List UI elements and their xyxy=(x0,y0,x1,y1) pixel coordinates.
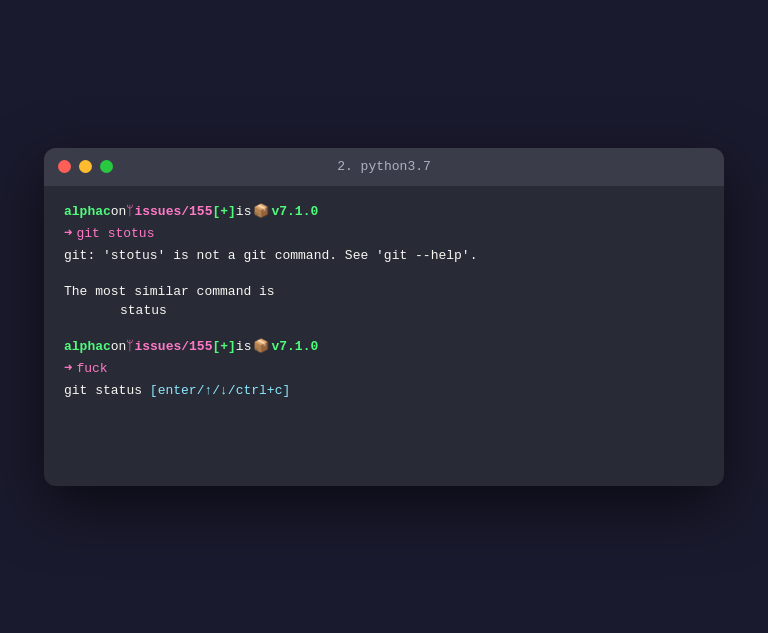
traffic-lights xyxy=(58,160,113,173)
suggestion-cmd: git status xyxy=(64,383,142,398)
username-2: alphac xyxy=(64,337,111,357)
output-line-3: status xyxy=(64,301,704,321)
cmd-line-1: ➜ git stotus xyxy=(64,223,704,244)
output-line-1: git: 'stotus' is not a git command. See … xyxy=(64,246,704,266)
plus-marker-1: [+] xyxy=(212,202,235,222)
blank-line-1 xyxy=(64,266,704,282)
minimize-button[interactable] xyxy=(79,160,92,173)
version-1: v7.1.0 xyxy=(271,202,318,222)
blank-line-2 xyxy=(64,321,704,337)
on-text-1: on xyxy=(111,202,127,222)
pkg-icon-1: 📦 xyxy=(253,202,269,222)
output-line-2: The most similar command is xyxy=(64,282,704,302)
window-title: 2. python3.7 xyxy=(337,159,431,174)
suggestion-hint: [enter/↑/↓/ctrl+c] xyxy=(150,383,290,398)
version-2: v7.1.0 xyxy=(271,337,318,357)
is-text-2: is xyxy=(236,337,252,357)
branch-icon-1: ᛘ xyxy=(126,202,134,222)
cmd-line-2: ➜ fuck xyxy=(64,358,704,379)
maximize-button[interactable] xyxy=(100,160,113,173)
is-text-1: is xyxy=(236,202,252,222)
titlebar: 2. python3.7 xyxy=(44,148,724,186)
branch-name-2: issues/155 xyxy=(134,337,212,357)
suggestion-line: git status [enter/↑/↓/ctrl+c] xyxy=(64,381,704,401)
plus-marker-2: [+] xyxy=(212,337,235,357)
terminal-body[interactable]: alphac on ᛘ issues/155 [+] is 📦 v7.1.0 ➜… xyxy=(44,186,724,486)
prompt-line-2: alphac on ᛘ issues/155 [+] is 📦 v7.1.0 xyxy=(64,337,704,357)
arrow-icon-1: ➜ xyxy=(64,223,72,244)
on-text-2: on xyxy=(111,337,127,357)
pkg-icon-2: 📦 xyxy=(253,337,269,357)
cmd-text-2: fuck xyxy=(76,359,107,379)
branch-icon-2: ᛘ xyxy=(126,337,134,357)
terminal-window: 2. python3.7 alphac on ᛘ issues/155 [+] … xyxy=(44,148,724,486)
username-1: alphac xyxy=(64,202,111,222)
prompt-line-1: alphac on ᛘ issues/155 [+] is 📦 v7.1.0 xyxy=(64,202,704,222)
branch-name-1: issues/155 xyxy=(134,202,212,222)
close-button[interactable] xyxy=(58,160,71,173)
cmd-text-1: git stotus xyxy=(76,224,154,244)
arrow-icon-2: ➜ xyxy=(64,358,72,379)
